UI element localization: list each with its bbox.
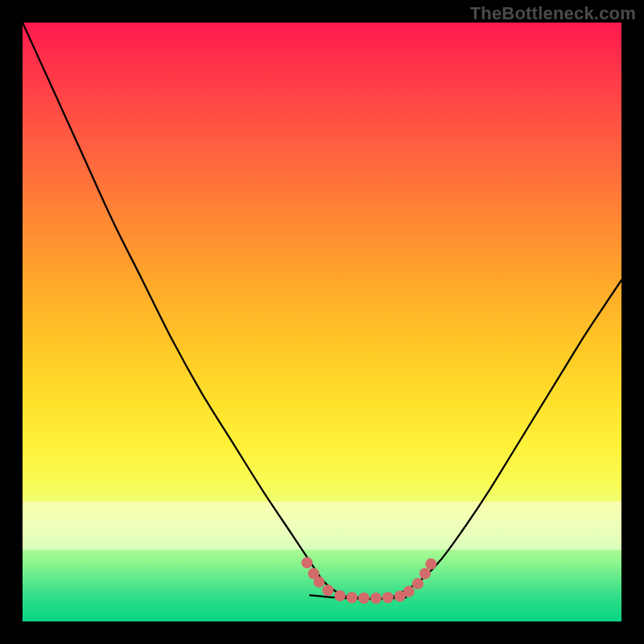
chart-curves: [23, 23, 621, 621]
marker-dot: [425, 559, 436, 570]
marker-dot: [322, 584, 333, 596]
chart-frame: TheBottleneck.com: [0, 0, 644, 644]
marker-dot: [334, 590, 345, 601]
marker-dot: [382, 592, 394, 603]
marker-dot: [370, 592, 382, 604]
marker-dot: [403, 586, 415, 597]
plot-area: [23, 23, 621, 621]
left-curve: [23, 23, 358, 597]
attribution-label: TheBottleneck.com: [470, 3, 636, 24]
right-curve: [394, 280, 621, 597]
marker-dot: [346, 592, 357, 603]
marker-dot: [301, 557, 312, 568]
marker-dot: [419, 568, 431, 580]
marker-dot: [358, 592, 369, 604]
marker-dot: [313, 576, 324, 588]
marker-dot: [412, 578, 423, 589]
